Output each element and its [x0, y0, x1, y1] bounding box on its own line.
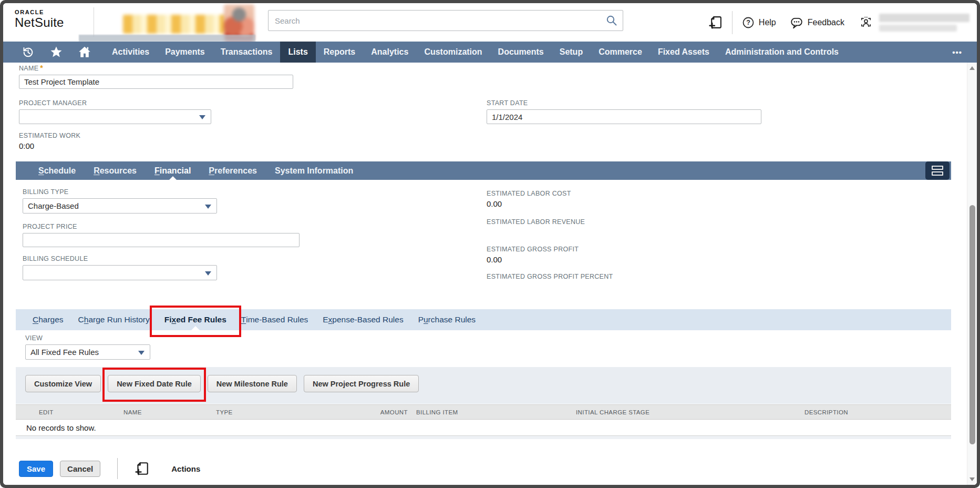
subtab-fixed-fee-rules[interactable]: Fixed Fee Rules [157, 309, 234, 330]
add-record-icon[interactable] [708, 15, 724, 30]
nav-item-lists[interactable]: Lists [280, 42, 315, 63]
start-date-field-group: START DATE [487, 99, 761, 124]
estimated-work-label: ESTIMATED WORK [19, 132, 80, 139]
nav-item-documents[interactable]: Documents [490, 42, 552, 63]
actions-menu[interactable]: Actions [135, 461, 200, 476]
project-price-input[interactable] [23, 233, 300, 247]
search-icon[interactable] [605, 14, 618, 27]
table-empty-message: No records to show. [16, 420, 951, 436]
project-price-group: PROJECT PRICE [23, 223, 300, 247]
billing-rules-subtab-bar: ChargesCharge Run HistoryFixed Fee Rules… [16, 309, 951, 330]
start-date-input[interactable] [487, 109, 761, 124]
chevron-down-icon [199, 115, 205, 119]
svg-text:?: ? [746, 19, 750, 26]
billing-schedule-dropdown[interactable] [23, 265, 217, 280]
nav-item-transactions[interactable]: Transactions [213, 42, 281, 63]
estimated-labor-revenue-label: ESTIMATED LABOR REVENUE [487, 218, 585, 226]
estimated-labor-cost-label: ESTIMATED LABOR COST [487, 190, 571, 197]
home-icon[interactable] [78, 45, 91, 59]
nav-item-reports[interactable]: Reports [316, 42, 363, 63]
subtab-charge-run-history[interactable]: Charge Run History [71, 309, 157, 330]
project-manager-dropdown[interactable] [19, 109, 211, 124]
nav-item-administration-and-controls[interactable]: Administration and Controls [717, 42, 847, 63]
record-tab-bar: ScheduleResourcesFinancialPreferencesSys… [16, 161, 951, 180]
view-selector-group: VIEW All Fixed Fee Rules [25, 334, 150, 360]
nav-item-commerce[interactable]: Commerce [591, 42, 650, 63]
netsuite-logo[interactable]: ORACLE NetSuite [15, 9, 64, 29]
annotation-rectangle [150, 306, 241, 337]
redacted-user-info[interactable] [879, 14, 969, 32]
table-action-buttons: Customize ViewNew Fixed Date RuleNew Mil… [16, 367, 951, 392]
nav-item-setup[interactable]: Setup [552, 42, 591, 63]
footer-divider [117, 458, 118, 479]
column-edit: EDIT [26, 409, 123, 415]
recent-records-icon[interactable] [21, 45, 35, 59]
name-field-group: NAME* [19, 64, 293, 89]
estimated-work-value: 0:00 [19, 141, 80, 150]
top-bar-divider [732, 11, 733, 34]
billing-type-dropdown[interactable]: Charge-Based [23, 198, 217, 214]
scrollbar-thumb[interactable] [969, 205, 975, 444]
nav-quick-icons [3, 42, 104, 63]
nav-item-customization[interactable]: Customization [416, 42, 490, 63]
name-input[interactable] [19, 75, 293, 89]
page-content: NAME* PROJECT MANAGER START DATE ESTIMAT… [3, 63, 977, 485]
toggle-view-rows-icon[interactable] [925, 161, 950, 180]
estimated-gross-profit-percent-group: ESTIMATED GROSS PROFIT PERCENT [487, 273, 613, 282]
new-project-progress-rule-button[interactable]: New Project Progress Rule [304, 375, 419, 392]
estimated-gross-profit-percent-label: ESTIMATED GROSS PROFIT PERCENT [487, 273, 613, 280]
name-label: NAME* [19, 64, 293, 72]
chevron-down-icon [205, 205, 211, 209]
new-fixed-date-rule-button[interactable]: New Fixed Date Rule [108, 375, 201, 392]
help-icon: ? [742, 16, 755, 29]
tab-financial[interactable]: Financial [146, 161, 200, 180]
nav-item-activities[interactable]: Activities [104, 42, 157, 63]
help-label: Help [759, 18, 776, 27]
view-label: VIEW [25, 334, 150, 342]
nav-item-fixed-assets[interactable]: Fixed Assets [650, 42, 717, 63]
tab-system-information[interactable]: System Information [266, 161, 362, 180]
tab-preferences[interactable]: Preferences [200, 161, 266, 180]
column-description: DESCRIPTION [804, 409, 951, 415]
estimated-gross-profit-group: ESTIMATED GROSS PROFIT 0.00 [487, 246, 579, 264]
table-header-row: EDITNAMETYPEAMOUNTBILLING ITEMINITIAL CH… [16, 404, 951, 420]
browser-window: ORACLE NetSuite [0, 0, 980, 488]
netsuite-wordmark: NetSuite [15, 16, 64, 29]
roles-icon[interactable] [858, 15, 874, 30]
fixed-fee-rules-table: EDITNAMETYPEAMOUNTBILLING ITEMINITIAL CH… [16, 404, 951, 439]
actions-label: Actions [171, 464, 200, 473]
scroll-up-arrow[interactable] [969, 66, 975, 70]
subtab-charges[interactable]: Charges [25, 309, 71, 330]
vertical-scrollbar[interactable] [967, 63, 977, 485]
top-bar-actions: ? Help Feedback [708, 3, 969, 42]
nav-more-button[interactable]: ••• [952, 42, 977, 63]
column-initial-charge-stage: INITIAL CHARGE STAGE [576, 409, 804, 415]
save-button[interactable]: Save [19, 461, 53, 477]
active-subtab-caret [191, 326, 200, 330]
search-input[interactable] [268, 10, 623, 31]
tab-resources[interactable]: Resources [85, 161, 146, 180]
feedback-button[interactable]: Feedback [790, 16, 844, 29]
tab-schedule[interactable]: Schedule [29, 161, 85, 180]
favorites-star-icon[interactable] [49, 45, 63, 59]
nav-item-payments[interactable]: Payments [157, 42, 213, 63]
customize-view-button[interactable]: Customize View [25, 375, 101, 392]
help-button[interactable]: ? Help [742, 16, 776, 29]
view-dropdown[interactable]: All Fixed Fee Rules [25, 344, 150, 360]
column-type: TYPE [216, 409, 343, 415]
subtab-expense-based-rules[interactable]: Expense-Based Rules [315, 309, 410, 330]
billing-type-group: BILLING TYPE Charge-Based [23, 188, 217, 214]
subtab-time-based-rules[interactable]: Time-Based Rules [234, 309, 316, 330]
view-value: All Fixed Fee Rules [30, 348, 99, 357]
nav-item-analytics[interactable]: Analytics [363, 42, 416, 63]
estimated-labor-cost-value: 0.00 [487, 199, 571, 208]
annotation-rectangle [102, 368, 206, 402]
billing-type-value: Charge-Based [28, 201, 79, 210]
subtab-purchase-rules[interactable]: Purchase Rules [411, 309, 483, 330]
cancel-button[interactable]: Cancel [60, 461, 100, 477]
scroll-down-arrow[interactable] [969, 477, 975, 481]
chevron-down-icon [205, 271, 211, 276]
project-manager-label: PROJECT MANAGER [19, 99, 211, 107]
new-milestone-rule-button[interactable]: New Milestone Rule [208, 375, 297, 392]
record-footer: Save Cancel Actions [19, 458, 200, 479]
